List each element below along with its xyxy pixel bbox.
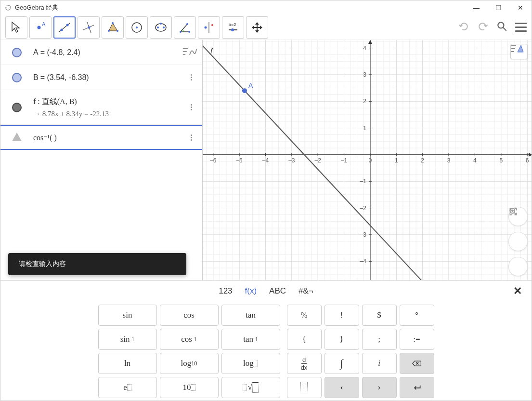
key-exp[interactable]: e (98, 377, 157, 398)
row-menu-button[interactable] (184, 74, 198, 80)
svg-point-10 (66, 24, 69, 26)
angle-tool[interactable] (174, 16, 196, 39)
key-integral[interactable]: ∫ (324, 353, 359, 374)
maximize-button[interactable]: ☐ (487, 0, 509, 15)
line-tool[interactable] (53, 16, 76, 39)
key-10x[interactable]: 10 (160, 377, 219, 398)
svg-point-3 (9, 9, 10, 10)
zoom-out-button[interactable] (508, 232, 528, 251)
key-rbrace[interactable]: } (324, 329, 359, 350)
input-row[interactable]: cos⁻¹( ) (0, 125, 202, 150)
svg-line-33 (503, 27, 506, 30)
svg-point-14 (108, 30, 110, 32)
key-enter[interactable] (400, 377, 434, 398)
ellipse-tool[interactable] (150, 16, 172, 39)
key-sin[interactable]: sin (98, 305, 157, 326)
svg-point-15 (112, 22, 114, 24)
sort-button[interactable] (179, 42, 200, 61)
graphics-settings-button[interactable] (510, 44, 528, 59)
kb-tab-abc[interactable]: ABC (269, 286, 286, 296)
input-expression[interactable]: cos⁻¹( ) (33, 133, 184, 142)
svg-point-24 (186, 23, 188, 25)
key-left[interactable]: ‹ (324, 377, 359, 398)
key-nroot[interactable]: √ (221, 377, 280, 398)
warning-icon (11, 132, 23, 143)
polygon-tool[interactable] (102, 16, 124, 39)
key-assign[interactable]: := (400, 329, 434, 350)
svg-line-189 (203, 46, 532, 280)
svg-text:4: 4 (363, 45, 366, 52)
svg-text:1: 1 (363, 125, 366, 132)
key-asin[interactable]: sin-1 (98, 329, 157, 350)
key-semicolon[interactable]: ; (362, 329, 397, 350)
visibility-dot[interactable] (12, 73, 22, 82)
key-lbrace[interactable]: { (287, 329, 322, 350)
key-factorial[interactable]: ! (324, 305, 359, 326)
svg-point-1 (8, 5, 9, 6)
svg-point-23 (180, 31, 182, 33)
svg-text:2: 2 (363, 98, 366, 105)
svg-text:–4: –4 (360, 258, 367, 265)
perpendicular-tool[interactable] (78, 16, 100, 39)
row-menu-button[interactable] (184, 104, 198, 110)
key-atan[interactable]: tan-1 (221, 329, 280, 350)
menu-button[interactable] (515, 23, 527, 32)
object-row-a[interactable]: A = (-4.8, 2.4) (0, 40, 202, 65)
visibility-dot[interactable] (12, 103, 22, 112)
svg-text:2: 2 (421, 157, 424, 164)
redo-button[interactable] (477, 20, 489, 35)
row-menu-button[interactable] (184, 134, 198, 141)
minimize-button[interactable]: — (465, 0, 487, 15)
svg-text:–1: –1 (360, 178, 367, 185)
key-tan[interactable]: tan (221, 305, 280, 326)
svg-point-5 (6, 7, 7, 8)
circle-tool[interactable] (126, 16, 148, 39)
key-more[interactable] (287, 377, 322, 398)
svg-text:–4: –4 (262, 157, 269, 164)
move-view-tool[interactable] (246, 16, 268, 39)
svg-point-25 (188, 31, 190, 33)
svg-point-21 (163, 27, 165, 28)
svg-text:0: 0 (369, 157, 372, 164)
svg-point-31 (231, 28, 234, 31)
svg-point-4 (6, 9, 7, 10)
key-backspace[interactable] (400, 353, 434, 374)
graphics-view[interactable]: –6–5–4–3–2–10123456–4–3–2–11234fA (203, 40, 532, 280)
key-cos[interactable]: cos (160, 305, 219, 326)
reflect-tool[interactable] (198, 16, 220, 39)
key-acos[interactable]: cos-1 (160, 329, 219, 350)
key-degree[interactable]: ° (400, 305, 434, 326)
key-percent[interactable]: % (287, 305, 322, 326)
svg-text:–3: –3 (360, 231, 367, 238)
move-tool[interactable] (5, 16, 27, 39)
key-derivative[interactable]: ddx (287, 353, 322, 374)
undo-button[interactable] (457, 20, 470, 35)
svg-point-32 (498, 22, 504, 28)
search-button[interactable] (496, 20, 508, 35)
svg-point-13 (88, 26, 91, 28)
svg-text:A: A (42, 21, 46, 27)
kb-close-button[interactable]: ✕ (513, 285, 522, 297)
svg-text:3: 3 (447, 157, 451, 164)
svg-point-9 (61, 28, 63, 31)
svg-text:a=2: a=2 (229, 22, 236, 27)
key-right[interactable]: › (362, 377, 397, 398)
close-button[interactable]: ✕ (509, 0, 532, 15)
algebra-view: A = (-4.8, 2.4) B = (3.54, -6.38) f : 直线… (0, 40, 203, 280)
key-dollar[interactable]: $ (362, 305, 397, 326)
kb-tab-123[interactable]: 123 (219, 286, 232, 296)
key-i[interactable]: i (362, 353, 397, 374)
kb-tab-fx[interactable]: f(x) (245, 286, 257, 296)
kb-tab-sym[interactable]: #&¬ (298, 286, 313, 296)
key-logn[interactable]: log (221, 353, 280, 374)
point-tool[interactable]: A (29, 16, 52, 39)
fullscreen-button[interactable] (508, 257, 528, 276)
svg-text:–3: –3 (288, 157, 295, 164)
object-row-f[interactable]: f : 直线(A, B) → 8.78x + 8.34y = -22.13 (0, 90, 202, 125)
visibility-dot[interactable] (12, 48, 22, 57)
key-log10[interactable]: log10 (160, 353, 219, 374)
svg-text:3: 3 (363, 71, 366, 78)
object-row-b[interactable]: B = (3.54, -6.38) (0, 65, 202, 90)
slider-tool[interactable]: a=2 (222, 16, 244, 39)
key-ln[interactable]: ln (98, 353, 157, 374)
